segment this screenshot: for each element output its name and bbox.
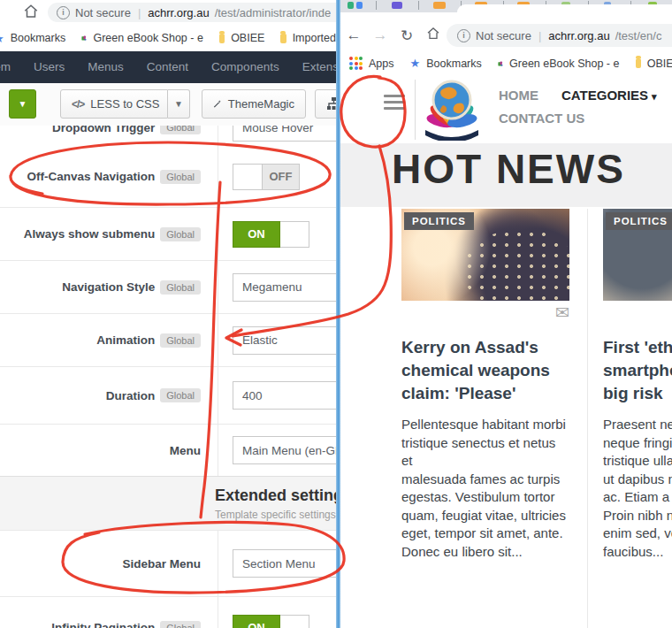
security-label: Not secure [476,29,531,42]
envelope-icon[interactable]: ✉ [555,304,569,321]
thememagic-button[interactable]: ThemeMagic [202,89,306,119]
dropdown-trigger-select[interactable]: Mouse Hover [233,126,336,142]
info-icon[interactable]: i [457,29,470,42]
article-image[interactable]: POLITICS [401,209,569,301]
nav-contact[interactable]: CONTACT US [499,111,584,126]
address-bar-row: i Not secure | achrr.org.au/test/adminis… [0,0,336,25]
save-split-button[interactable]: ▼ [9,89,36,119]
bookmark-shop[interactable]: Green eBook Shop - e [93,32,202,44]
address-bar[interactable]: i Not secure | achrr.org.au/test/en/c [447,24,672,47]
admin-browser-window: i Not secure | achrr.org.au/test/adminis… [0,0,336,628]
menu-system[interactable]: System [0,51,22,83]
setting-label: Animation [96,333,155,347]
active-tab[interactable] [457,4,672,20]
star-icon: ★ [410,57,421,70]
url-separator: | [136,6,142,19]
offcanvas-toggle[interactable]: OFF [233,164,300,190]
submenu-toggle[interactable]: ON [233,221,309,248]
global-badge: Global [160,280,201,295]
extended-settings-section: Extended settings Template specific sett… [0,476,336,531]
tab-favicon [356,2,363,9]
article-title[interactable]: Kerry on Assad's chemical weapons claim:… [401,336,569,405]
menu-content[interactable]: Content [135,51,200,83]
bookmark-shop[interactable]: Green eBook Shop - e [509,57,619,70]
caret-down-icon: ▼ [174,100,183,109]
tab-favicon [433,2,446,9]
bookmark-obiee[interactable]: OBIEE [231,32,264,44]
infinity-toggle[interactable]: ON [233,615,309,628]
browser-tabstrip[interactable] [340,0,672,12]
menu-menus[interactable]: Menus [76,51,135,83]
toggle-on-label: ON [233,615,280,628]
setting-row-menu: Menu Main Menu (en-GB) [0,425,336,476]
bookmark-obiee[interactable]: OBIEE [647,57,672,70]
home-icon[interactable] [23,4,39,19]
menu-extensions[interactable]: Extensions [291,51,336,83]
setting-label: Menu [170,444,201,457]
less-to-css-button[interactable]: </> LESS to CSS [60,89,168,119]
screenshot-stage: i Not secure | achrr.org.au/test/adminis… [0,0,672,628]
navstyle-select[interactable]: Megamenu [233,273,336,302]
header-divider [415,80,416,140]
template-tree-button[interactable] [315,89,336,119]
global-badge: Global [160,388,201,402]
nav-home[interactable]: HOME [499,88,538,103]
toggle-off-label: OFF [263,164,300,190]
category-badge[interactable]: POLITICS [404,212,474,230]
global-badge: Global [160,227,201,241]
setting-row-offcanvas: Off-Canvas NavigationGlobal OFF [0,146,336,208]
hamburger-icon[interactable] [384,95,405,110]
article-title[interactable]: First 'ethi smartpho big risk [603,336,672,405]
site-logo[interactable] [422,77,482,141]
setting-label: Sidebar Menu [122,557,201,571]
partial-row-clip: Dropdown TriggerGlobal Mouse Hover [0,126,336,146]
folder-icon [280,34,286,43]
joomla-admin-menubar: System Users Menus Content Components Ex… [0,51,336,83]
info-icon[interactable]: i [57,6,70,19]
bookmarks-folder[interactable]: Bookmarks [426,57,482,70]
category-badge[interactable]: POLITICS [606,212,672,230]
global-badge: Global [160,621,201,628]
menu-users[interactable]: Users [22,51,76,83]
toggle-knob [280,615,309,628]
page-title: HOT NEWS [392,145,625,193]
bookmarks-bar: ★ Bookmarks Green eBook Shop - e OBIEE I… [0,25,336,51]
duration-input[interactable]: 400 [233,381,336,410]
article-image[interactable]: POLITICS [603,209,672,301]
template-settings-panel: Dropdown TriggerGlobal Mouse Hover Off-C… [0,126,336,628]
article-card[interactable]: POLITICS First 'ethi smartpho big risk P… [603,209,672,561]
refresh-icon[interactable]: ↻ [393,27,420,45]
home-icon[interactable] [420,27,447,45]
site-nav-row2: CONTACT US [499,111,584,126]
forward-icon[interactable]: → [367,27,393,44]
polka-dot-pattern [463,229,569,301]
article-excerpt: Praesent ne neque fringil tristique ulla… [603,416,672,561]
setting-label: Off-Canvas Navigation [27,170,155,183]
article-card[interactable]: POLITICS ✉ Kerry on Assad's chemical wea… [401,209,569,561]
sidebar-menu-select[interactable]: Section Menu [233,549,336,578]
animation-select[interactable]: Elastic [233,326,336,355]
setting-label: Navigation Style [62,280,155,294]
input-value: 400 [242,389,263,402]
menu-components[interactable]: Components [200,51,291,83]
section-subtitle: Template specific settings [215,509,336,521]
less-dropdown-button[interactable]: ▼ [168,89,190,119]
address-bar[interactable]: i Not secure | achrr.org.au/test/adminis… [48,3,336,22]
bookmark-imported[interactable]: Imported [293,32,336,44]
bookmarks-folder[interactable]: Bookmarks [11,32,66,44]
select-value: Mouse Hover [242,126,313,134]
setting-row-duration: DurationGlobal 400 [0,367,336,425]
back-icon[interactable]: ← [340,27,367,44]
nav-categories[interactable]: CATEGORIES▾ [561,88,657,103]
admin-toolbar: ▼ </> LESS to CSS ▼ ThemeMagic [0,83,336,126]
menu-select[interactable]: Main Menu (en-GB) [233,436,336,464]
star-icon: ★ [0,32,4,45]
article-excerpt: Pellentesque habitant morbi tristique se… [401,416,569,561]
select-value: Section Menu [242,557,316,571]
wand-icon [213,97,222,111]
bookmark-apps[interactable]: Apps [369,57,394,70]
setting-row-submenu: Always show submenuGlobal ON [0,208,336,261]
tab-favicon [347,2,354,9]
browser-nav-row: ← → ↻ i Not secure | achrr.org.au/test/e… [340,19,672,51]
tab-divider [418,1,419,10]
